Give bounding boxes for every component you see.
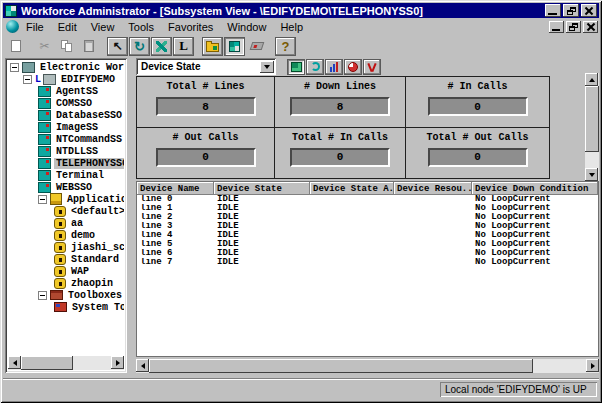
tree-item-terminal[interactable]: Terminal: [8, 169, 124, 181]
scroll-left-icon[interactable]: [136, 359, 149, 372]
column-device-resource[interactable]: Device Resou...: [394, 182, 472, 195]
scroll-right-icon[interactable]: [586, 359, 599, 372]
cut-button[interactable]: ✂: [34, 37, 55, 56]
tree-item-imagess[interactable]: ImageSS: [8, 121, 124, 133]
application-icon: [54, 218, 66, 229]
menu-window[interactable]: Window: [220, 20, 273, 34]
chevron-down-icon[interactable]: [260, 61, 274, 73]
application-folder-button[interactable]: [202, 37, 223, 56]
device-monitor-button[interactable]: [287, 59, 305, 75]
column-extra[interactable]: [598, 182, 599, 195]
menu-view[interactable]: View: [84, 20, 122, 34]
tree-item-wap[interactable]: WAP: [8, 265, 124, 277]
tree-item-zhaopin[interactable]: zhaopin: [8, 277, 124, 289]
folder-icon: [206, 43, 219, 52]
subsystem-icon: [38, 122, 51, 133]
mdi-restore-button-icon[interactable]: [566, 21, 581, 33]
tree-item-databasesso[interactable]: DatabaseSSO: [8, 109, 124, 121]
select-pointer-button[interactable]: ↖: [107, 37, 128, 56]
menu-favorites[interactable]: Favorites: [161, 20, 220, 34]
refresh-view-button[interactable]: [306, 59, 324, 75]
scroll-left-icon[interactable]: [8, 356, 21, 369]
scroll-up-icon[interactable]: [585, 73, 598, 86]
paste-button[interactable]: [78, 37, 99, 56]
view-toolbar: Device State: [136, 58, 599, 75]
tree-item-standard[interactable]: Standard: [8, 253, 124, 265]
log-button[interactable]: L: [173, 37, 194, 56]
tree-item-electronic-workforce[interactable]: Electronic Workfor: [8, 61, 124, 73]
copy-button[interactable]: [56, 37, 77, 56]
mdi-close-button-icon[interactable]: [583, 21, 598, 33]
tree-item-system-toolbox[interactable]: System To: [8, 301, 124, 313]
new-document-button[interactable]: [5, 37, 26, 56]
processes-icon: [156, 41, 167, 52]
scroll-right-icon[interactable]: [111, 356, 124, 369]
subsystem-icon: [38, 86, 51, 97]
column-device-down-condition[interactable]: Device Down Condition: [472, 182, 598, 195]
table-row[interactable]: line 6 IDLE No LoopCurrent: [137, 249, 598, 258]
minimize-button-icon[interactable]: [545, 4, 561, 17]
scrollbar-thumb[interactable]: [21, 356, 73, 370]
mdi-system-icon[interactable]: [6, 20, 19, 33]
stat-value: 0: [428, 148, 528, 167]
scroll-down-icon[interactable]: [585, 168, 598, 181]
tree-item-demo[interactable]: demo: [8, 229, 124, 241]
table-row[interactable]: line 0 IDLE No LoopCurrent: [137, 195, 598, 204]
tree-horizontal-scrollbar[interactable]: [8, 356, 124, 370]
subsystem-view-panel: Device State Total # Lines 8: [134, 57, 599, 373]
table-row[interactable]: line 3 IDLE No LoopCurrent: [137, 222, 598, 231]
table-horizontal-scrollbar[interactable]: [136, 359, 599, 373]
column-device-state-attr[interactable]: Device State A...: [310, 182, 394, 195]
restore-button-icon[interactable]: [563, 4, 579, 17]
tree-item-telephonyss0[interactable]: TELEPHONYSS0: [8, 157, 124, 169]
table-row[interactable]: line 2 IDLE No LoopCurrent: [137, 213, 598, 222]
publish-button[interactable]: [246, 37, 267, 56]
table-row[interactable]: line 4 IDLE No LoopCurrent: [137, 231, 598, 240]
tree-item-toolboxes[interactable]: Toolboxes: [8, 289, 124, 301]
bar-chart-button[interactable]: [325, 59, 343, 75]
view-selector[interactable]: Device State: [136, 58, 276, 75]
navigation-tree: Electronic Workfor L EDIFYDEMO AgentSS C…: [8, 61, 124, 355]
tree-item-edifydemo[interactable]: L EDIFYDEMO: [8, 73, 124, 85]
main-toolbar: ✂ ↖ ↻ L ?: [3, 35, 599, 57]
menu-edit[interactable]: Edit: [51, 20, 84, 34]
menu-help[interactable]: Help: [273, 20, 310, 34]
select-pointer-icon: ↖: [112, 40, 122, 52]
tree-item-agentss[interactable]: AgentSS: [8, 85, 124, 97]
stat-value: 0: [156, 148, 256, 167]
tree-item-default[interactable]: <default>: [8, 205, 124, 217]
collapse-icon[interactable]: [38, 291, 47, 300]
collapse-icon[interactable]: [38, 195, 47, 204]
tree-item-jiashi[interactable]: jiashi_sc: [8, 241, 124, 253]
scrollbar-thumb[interactable]: [585, 86, 599, 152]
refresh-button[interactable]: ↻: [129, 37, 150, 56]
processes-button[interactable]: [151, 37, 172, 56]
subsystem-icon: [38, 146, 51, 157]
tree-item-ntcommandss[interactable]: NTCommandSS: [8, 133, 124, 145]
table-row[interactable]: line 5 IDLE No LoopCurrent: [137, 240, 598, 249]
column-device-state[interactable]: Device State: [214, 182, 310, 195]
validate-button[interactable]: [363, 59, 381, 75]
table-row[interactable]: line 1 IDLE No LoopCurrent: [137, 204, 598, 213]
tree-item-application[interactable]: Application: [8, 193, 124, 205]
pie-chart-button[interactable]: [344, 59, 362, 75]
menu-tools[interactable]: Tools: [121, 20, 161, 34]
collapse-icon[interactable]: [23, 75, 32, 84]
tree-item-comsso[interactable]: COMSSO: [8, 97, 124, 109]
table-row[interactable]: line 7 IDLE No LoopCurrent: [137, 258, 598, 267]
tree-item-websso[interactable]: WEBSSO: [8, 181, 124, 193]
application-group-icon: [50, 193, 62, 205]
tree-item-aa[interactable]: aa: [8, 217, 124, 229]
help-button[interactable]: ?: [275, 37, 296, 56]
subsystem-view-button[interactable]: [224, 37, 245, 56]
collapse-icon[interactable]: [10, 63, 19, 72]
toolboxes-icon: [50, 290, 63, 300]
close-button-icon[interactable]: [581, 4, 597, 17]
mdi-minimize-button-icon[interactable]: [549, 21, 564, 33]
stats-vertical-scrollbar[interactable]: [585, 73, 599, 181]
scrollbar-thumb[interactable]: [149, 359, 533, 373]
menu-file[interactable]: File: [19, 20, 51, 34]
column-device-name[interactable]: Device Name: [137, 182, 214, 195]
new-document-icon: [11, 40, 21, 52]
tree-item-ntdllss[interactable]: NTDLLSS: [8, 145, 124, 157]
